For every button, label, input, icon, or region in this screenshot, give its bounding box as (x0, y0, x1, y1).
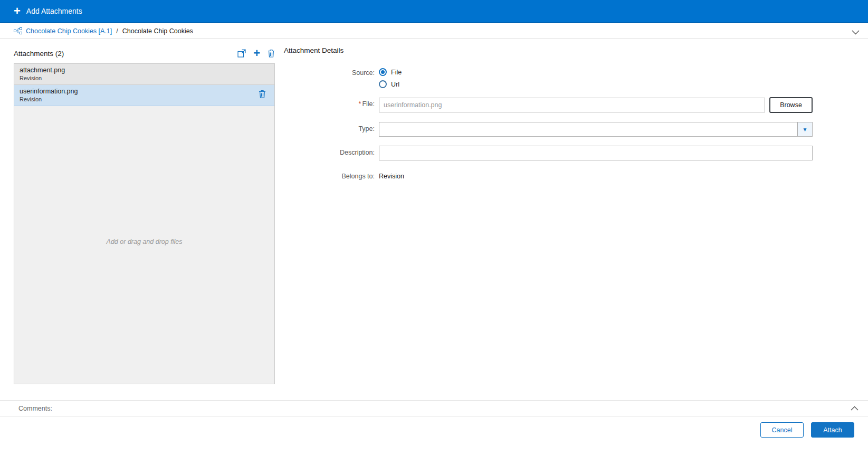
breadcrumb: Chocolate Chip Cookies [A.1] / Chocolate… (0, 23, 868, 39)
attachments-panel-header: Attachments (2) + (14, 46, 275, 60)
chevron-up-icon[interactable] (851, 406, 859, 411)
comments-label: Comments: (18, 405, 52, 412)
delete-row-icon[interactable] (259, 90, 266, 100)
attachments-panel-title: Attachments (2) (14, 50, 64, 58)
list-item-texts: userinformation.png Revision (20, 88, 78, 102)
details-title: Attachment Details (284, 46, 813, 54)
type-dropdown-caret-icon[interactable]: ▼ (797, 122, 813, 137)
attachments-list: attachment.png Revision userinformation.… (14, 63, 275, 384)
attachment-name: attachment.png (20, 67, 65, 74)
breadcrumb-separator: / (116, 27, 118, 35)
attach-button[interactable]: Attach (811, 422, 854, 438)
open-in-new-window-icon[interactable] (237, 49, 246, 58)
file-field-row: Browse (379, 97, 813, 113)
add-file-icon[interactable]: + (253, 49, 260, 58)
radio-selected-icon[interactable] (379, 68, 387, 76)
footer-actions: Cancel Attach (760, 422, 854, 438)
attachment-belongs: Revision (20, 96, 78, 102)
dialog-title: Add Attachments (26, 7, 82, 15)
description-label: Description: (284, 146, 375, 160)
main-area: Attachments (2) + (0, 39, 868, 384)
type-input[interactable] (379, 122, 797, 137)
structure-icon (14, 27, 22, 34)
list-item[interactable]: userinformation.png Revision (14, 85, 274, 106)
comments-row: Comments: (0, 401, 868, 416)
breadcrumb-link[interactable]: Chocolate Chip Cookies [A.1] (26, 27, 112, 35)
attachment-belongs: Revision (20, 75, 65, 81)
source-radio-group: File Url (379, 67, 813, 88)
dialog-header: + Add Attachments (0, 0, 868, 23)
chevron-down-icon[interactable] (852, 29, 860, 36)
required-mark: * (359, 100, 361, 108)
belongs-to-value: Revision (379, 169, 813, 180)
attachment-details-panel: Attachment Details Source: File Url *Fil… (284, 46, 813, 384)
file-label: *File: (284, 97, 375, 113)
attachments-panel: Attachments (2) + (14, 46, 275, 384)
details-form: Source: File Url *File: Browse Ty (284, 67, 813, 180)
attachments-toolbar: + (237, 49, 275, 58)
description-input[interactable] (379, 146, 813, 160)
type-label: Type: (284, 122, 375, 137)
breadcrumb-current: Chocolate Chip Cookies (122, 27, 193, 35)
belongs-to-label: Belongs to: (284, 169, 375, 180)
source-option-file[interactable]: File (379, 68, 813, 76)
radio-unselected-icon[interactable] (379, 80, 387, 88)
delete-attachment-icon[interactable] (268, 49, 275, 58)
source-option-url[interactable]: Url (379, 80, 813, 88)
source-option-url-label: Url (391, 81, 399, 88)
dropzone-hint: Add or drag and drop files (14, 238, 274, 245)
source-label: Source: (284, 67, 375, 88)
type-field-row: ▼ (379, 122, 813, 137)
list-item[interactable]: attachment.png Revision (14, 64, 274, 85)
source-option-file-label: File (391, 69, 402, 76)
comments-section: Comments: (0, 400, 868, 416)
browse-button[interactable]: Browse (769, 97, 813, 113)
cancel-button[interactable]: Cancel (760, 422, 804, 438)
list-item-texts: attachment.png Revision (20, 67, 65, 81)
attachment-name: userinformation.png (20, 88, 78, 95)
file-input[interactable] (379, 98, 765, 112)
add-attachments-icon: + (14, 5, 21, 17)
description-field-row (379, 146, 813, 160)
